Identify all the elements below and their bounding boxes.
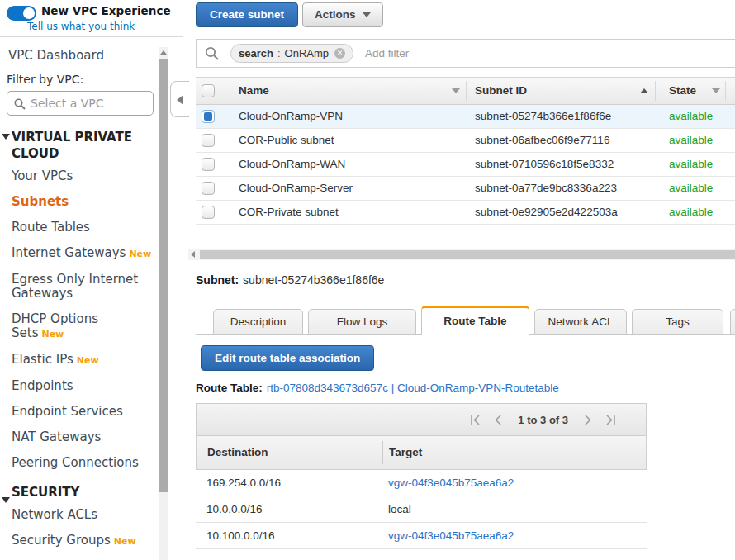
chevron-down-icon xyxy=(363,12,371,17)
scrollbar-thumb[interactable] xyxy=(159,59,168,492)
sidebar-item-security-groups[interactable]: Security GroupsNew xyxy=(0,528,154,554)
create-subnet-button[interactable]: Create subnet xyxy=(196,2,298,27)
tab-partial[interactable] xyxy=(730,309,735,335)
select-all-checkbox[interactable] xyxy=(202,84,215,97)
tab-tags[interactable]: Tags xyxy=(632,309,723,335)
route-row: 10.0.0.0/16 local xyxy=(196,496,647,523)
table-row[interactable]: Cloud-OnRamp-Server subnet-0a77de9bc8336… xyxy=(196,177,735,201)
sidebar-scrollbar[interactable] xyxy=(159,47,168,560)
column-header-destination[interactable]: Destination xyxy=(207,446,268,458)
route-row: 169.254.0.0/16 vgw-04f3e045b75aea6a2 xyxy=(196,470,647,496)
new-vpc-experience-toggle[interactable] xyxy=(7,6,36,21)
status-badge: available xyxy=(669,182,713,194)
section-collapse-icon xyxy=(2,497,10,503)
first-page-icon[interactable] xyxy=(470,415,481,425)
sidebar-item-elastic-ips[interactable]: Elastic IPsNew xyxy=(0,347,154,373)
feedback-link[interactable]: Tell us what you think xyxy=(27,21,135,32)
new-vpc-experience-label: New VPC Experience xyxy=(41,4,171,17)
route-table-link[interactable]: rtb-07808d343673d657c | Cloud-OnRamp-VPN… xyxy=(267,382,559,394)
subnet-table: Name Subnet ID State Cloud-OnRamp-VPN su… xyxy=(196,77,735,225)
vpc-filter-input[interactable] xyxy=(31,93,151,114)
section-collapse-icon xyxy=(2,134,10,140)
scroll-up-icon[interactable] xyxy=(159,47,168,58)
vpc-filter-box xyxy=(7,91,154,116)
sidebar-item-endpoints[interactable]: Endpoints xyxy=(0,373,154,399)
sort-descending-icon[interactable] xyxy=(452,88,460,93)
new-badge: New xyxy=(77,355,99,366)
sort-ascending-icon[interactable] xyxy=(640,88,648,93)
tab-route-table[interactable]: Route Table xyxy=(421,306,529,335)
tab-flow-logs[interactable]: Flow Logs xyxy=(308,309,416,335)
row-checkbox[interactable] xyxy=(202,182,215,195)
status-badge: available xyxy=(669,110,713,122)
scrollbar-thumb[interactable] xyxy=(200,250,735,259)
next-page-icon[interactable] xyxy=(584,415,592,425)
route-row: 10.100.0.0/16 vgw-04f3e045b75aea6a2 xyxy=(196,523,647,549)
column-header-subnet-id[interactable]: Subnet ID xyxy=(475,84,527,97)
sidebar-item-your-vpcs[interactable]: Your VPCs xyxy=(0,164,154,189)
sidebar-item-vpc-dashboard[interactable]: VPC Dashboard xyxy=(8,48,104,63)
sidebar-nav: VIRTUAL PRIVATE CLOUD Your VPCs Subnets … xyxy=(0,129,157,554)
table-row[interactable]: COR-Private subnet subnet-0e92905e2d4225… xyxy=(196,201,735,225)
target-link[interactable]: vgw-04f3e045b75aea6a2 xyxy=(388,477,514,489)
sidebar-item-internet-gateways[interactable]: Internet GatewaysNew xyxy=(0,240,154,267)
last-page-icon[interactable] xyxy=(605,415,616,425)
new-vpc-experience-block: New VPC Experience Tell us what you thin… xyxy=(0,0,183,37)
add-filter-placeholder[interactable]: Add filter xyxy=(365,47,409,59)
sidebar-item-dhcp-options-sets[interactable]: DHCP Options SetsNew xyxy=(0,306,154,347)
filter-bar[interactable]: search : OnRAmp ✕ Add filter xyxy=(196,39,735,68)
sidebar-item-nat-gateways[interactable]: NAT Gateways xyxy=(0,425,154,450)
row-checkbox[interactable] xyxy=(202,134,215,147)
status-badge: available xyxy=(669,206,713,218)
pagination-status: 1 to 3 of 3 xyxy=(518,414,568,426)
status-badge: available xyxy=(669,158,713,170)
sort-descending-icon[interactable] xyxy=(712,88,720,93)
edit-route-table-association-button[interactable]: Edit route table association xyxy=(201,345,374,371)
column-header-name[interactable]: Name xyxy=(239,84,269,97)
target-link[interactable]: vgw-04f3e045b75aea6a2 xyxy=(388,529,514,542)
new-badge: New xyxy=(129,249,151,259)
section-header-vpc[interactable]: VIRTUAL PRIVATE CLOUD xyxy=(0,129,155,164)
route-table-header: Destination Target xyxy=(196,436,647,470)
table-row[interactable]: COR-Public subnet subnet-06afbec06f9e771… xyxy=(196,129,735,153)
actions-button[interactable]: Actions xyxy=(302,2,383,27)
scroll-left-icon[interactable] xyxy=(188,249,199,260)
sidebar-item-route-tables[interactable]: Route Tables xyxy=(0,215,154,240)
detail-tabs: Description Flow Logs Route Table Networ… xyxy=(196,306,735,335)
toggle-knob-icon xyxy=(23,7,35,19)
row-checkbox[interactable] xyxy=(202,206,215,219)
sidebar-item-network-acls[interactable]: Network ACLs xyxy=(0,502,154,528)
row-checkbox[interactable] xyxy=(202,158,215,171)
pagination-bar: 1 to 3 of 3 xyxy=(196,403,647,436)
horizontal-scrollbar[interactable] xyxy=(188,249,735,260)
filter-by-vpc-label: Filter by VPC: xyxy=(7,73,83,86)
row-checkbox-checked[interactable] xyxy=(202,110,215,123)
route-table: 1 to 3 of 3 Destination Target 169.254.0… xyxy=(196,403,647,549)
tab-description[interactable]: Description xyxy=(213,309,303,335)
tab-network-acl[interactable]: Network ACL xyxy=(534,309,627,335)
sidebar-item-subnets[interactable]: Subnets xyxy=(0,189,154,215)
remove-filter-icon[interactable]: ✕ xyxy=(334,48,345,59)
table-row[interactable]: Cloud-OnRamp-WAN subnet-0710596c18f5e833… xyxy=(196,153,735,177)
sidebar-item-peering-connections[interactable]: Peering Connections xyxy=(0,450,154,476)
new-badge: New xyxy=(41,329,64,339)
status-badge: available xyxy=(669,134,713,146)
sidebar-item-endpoint-services[interactable]: Endpoint Services xyxy=(0,399,154,425)
search-icon xyxy=(205,46,219,60)
column-header-state[interactable]: State xyxy=(669,84,696,97)
subnet-table-header: Name Subnet ID State xyxy=(196,77,735,105)
route-table-line: Route Table:rtb-07808d343673d657c | Clou… xyxy=(196,382,559,394)
section-header-security[interactable]: SECURITY xyxy=(0,484,155,502)
vpc-console: New VPC Experience Tell us what you thin… xyxy=(0,0,735,560)
sidebar: New VPC Experience Tell us what you thin… xyxy=(0,0,183,560)
sidebar-item-egress-only-internet-gateways[interactable]: Egress Only Internet Gateways xyxy=(0,267,154,306)
column-header-target[interactable]: Target xyxy=(389,446,422,458)
selected-subnet-label: Subnet:subnet-05274b366e1f86f6e xyxy=(196,273,384,287)
filter-chip-search-onramp: search : OnRAmp ✕ xyxy=(230,44,353,63)
new-badge: New xyxy=(114,536,136,547)
search-icon xyxy=(14,98,26,110)
previous-page-icon[interactable] xyxy=(494,415,502,425)
table-row[interactable]: Cloud-OnRamp-VPN subnet-05274b366e1f86f6… xyxy=(196,105,735,129)
sidebar-collapse-button[interactable] xyxy=(170,81,189,117)
